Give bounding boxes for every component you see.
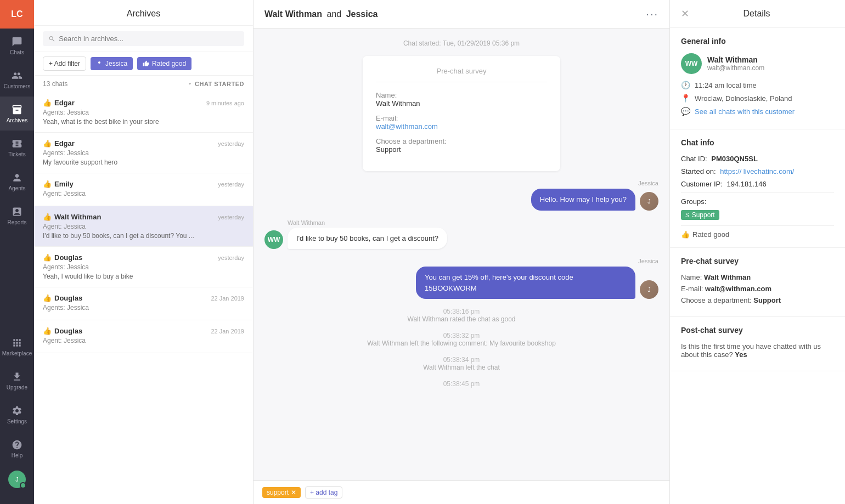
- survey-field-name: Name: Walt Withman: [376, 91, 547, 107]
- details-close-icon[interactable]: ✕: [681, 8, 689, 20]
- pre-chat-survey: Pre-chat survey Name: Walt Withman E-mai…: [363, 56, 560, 171]
- customer-email-details: walt@withman.com: [707, 64, 764, 72]
- chat-id-field: Chat ID: PM030QN5SL: [681, 155, 834, 163]
- user-avatar-sidebar[interactable]: J: [0, 466, 34, 500]
- add-tag-button[interactable]: + add tag: [305, 486, 342, 499]
- clock-icon: 🕐: [681, 81, 690, 89]
- agent-icon: [96, 60, 103, 67]
- system-event-4: 05:38:45 pm: [264, 380, 658, 388]
- sidebar-item-agents[interactable]: Agents: [0, 165, 34, 199]
- rated-icon: 👍: [43, 327, 52, 335]
- chat-header-title: Walt Withman and Jessica: [264, 9, 378, 19]
- pre-chat-survey-container: Pre-chat survey Name: Walt Withman E-mai…: [264, 56, 658, 171]
- archives-panel: Archives + Add filter Jessica Rated good…: [34, 0, 254, 504]
- local-time-row: 🕐 11:24 am local time: [681, 81, 834, 89]
- agent-avatar: J: [8, 471, 26, 488]
- details-panel-header: ✕ Details: [670, 0, 845, 28]
- chat-icon: 💬: [681, 107, 690, 116]
- location-icon: 📍: [681, 94, 690, 103]
- post-chat-survey-section: Post-chat survey Is this the first time …: [670, 317, 845, 371]
- chat-list-item[interactable]: 👍 Douglas 22 Jan 2019 Agent: Jessica: [34, 320, 253, 353]
- sidebar-item-customers[interactable]: Customers: [0, 63, 34, 97]
- message-bubble: You can get 15% off, here's your discoun…: [416, 267, 635, 299]
- chat-main: Walt Withman and Jessica ··· Chat starte…: [254, 0, 669, 504]
- survey-name-row: Name: Walt Withman: [681, 273, 834, 281]
- sidebar-item-settings[interactable]: Settings: [0, 398, 34, 432]
- rated-icon: 👍: [43, 253, 52, 262]
- chat-header-actions: ···: [646, 8, 658, 20]
- agent-name: Jessica: [638, 258, 658, 264]
- pre-chat-survey-title: Pre-chat survey: [681, 257, 834, 265]
- customer-message-1: Walt Withman WW I'd like to buy 50 books…: [264, 219, 658, 250]
- agent-name: Jessica: [638, 180, 658, 186]
- sort-label[interactable]: CHAT STARTED: [187, 81, 244, 87]
- chat-list-item[interactable]: 👍 Douglas yesterday Agents: Jessica Yeah…: [34, 247, 253, 287]
- survey-email-row: E-mail: walt@withman.com: [681, 285, 834, 293]
- rated-icon: 👍: [43, 99, 52, 107]
- agent-photo: J: [640, 192, 658, 211]
- agent-photo: J: [640, 280, 658, 299]
- system-event-3: 05:38:34 pm Walt Withman left the chat: [264, 356, 658, 371]
- search-input-wrap: [43, 31, 244, 46]
- search-bar: [34, 26, 253, 52]
- sidebar-item-tickets[interactable]: Tickets: [0, 131, 34, 165]
- customer-name: Walt Withman: [288, 219, 658, 226]
- pre-chat-survey-section: Pre-chat survey Name: Walt Withman E-mai…: [670, 248, 845, 317]
- message-bubble: Hello. How may I help you?: [531, 189, 635, 211]
- sidebar-item-upgrade[interactable]: Upgrade: [0, 364, 34, 398]
- rating-row: 👍 Rated good: [681, 230, 834, 239]
- sidebar-item-archives[interactable]: Archives: [0, 97, 34, 131]
- thumb-up-icon: 👍: [681, 230, 690, 239]
- sidebar: LC Chats Customers Archives Tickets Agen…: [0, 0, 34, 504]
- thumb-up-icon: [143, 60, 149, 67]
- started-on-field: Started on: https:// livechatinc.com/: [681, 167, 834, 175]
- survey-field-email: E-mail: walt@withman.com: [376, 114, 547, 131]
- more-options-icon[interactable]: ···: [646, 8, 658, 20]
- chat-footer: support ✕ + add tag: [254, 480, 669, 504]
- details-panel: ✕ Details General info WW Walt Withman w…: [669, 0, 845, 504]
- sidebar-item-reports[interactable]: Reports: [0, 199, 34, 233]
- started-on-link[interactable]: https:// livechatinc.com/: [720, 167, 794, 175]
- chat-list-item-active[interactable]: 👍 Walt Withman yesterday Agent: Jessica …: [34, 206, 253, 247]
- add-filter-button[interactable]: + Add filter: [43, 56, 86, 71]
- see-all-chats-link[interactable]: See all chats with this customer: [695, 107, 795, 116]
- location-row: 📍 Wroclaw, Dolnoslaskie, Poland: [681, 94, 834, 103]
- chat-messages: Chat started: Tue, 01/29/2019 05:36 pm P…: [254, 29, 669, 480]
- general-info-title: General info: [681, 37, 834, 46]
- chat-list: 👍 Edgar 9 minutes ago Agents: Jessica Ye…: [34, 92, 253, 504]
- sidebar-item-marketplace[interactable]: Marketplace: [0, 330, 34, 364]
- chat-start-time: Chat started: Tue, 01/29/2019 05:36 pm: [264, 39, 658, 47]
- chat-list-item[interactable]: 👍 Douglas 22 Jan 2019 Agents: Jessica: [34, 287, 253, 320]
- filter-row: + Add filter Jessica Rated good: [34, 52, 253, 76]
- search-input[interactable]: [59, 35, 239, 43]
- groups-field: Groups:: [681, 197, 834, 206]
- archives-title: Archives: [127, 9, 160, 18]
- sort-icon: [187, 81, 193, 87]
- system-event-2: 05:38:32 pm Walt Withman left the follow…: [264, 332, 658, 347]
- chat-info-section: Chat info Chat ID: PM030QN5SL Started on…: [670, 129, 845, 248]
- filter-jessica[interactable]: Jessica: [91, 57, 133, 70]
- rated-icon: 👍: [43, 180, 52, 188]
- tag-support[interactable]: support ✕: [262, 487, 301, 498]
- search-icon: [48, 35, 55, 43]
- customer-name-details: Walt Withman: [707, 55, 764, 64]
- sidebar-item-help[interactable]: Help: [0, 432, 34, 466]
- survey-department-row: Choose a department: Support: [681, 296, 834, 304]
- survey-field-department: Choose a department: Support: [376, 137, 547, 154]
- filter-rated-good[interactable]: Rated good: [137, 57, 191, 70]
- chat-list-item[interactable]: 👍 Edgar yesterday Agents: Jessica My fav…: [34, 133, 253, 173]
- rated-icon: 👍: [43, 213, 52, 221]
- rated-icon: 👍: [43, 294, 52, 302]
- general-info-section: General info WW Walt Withman walt@withma…: [670, 28, 845, 129]
- tag-close-icon[interactable]: ✕: [291, 489, 296, 496]
- chat-list-item[interactable]: 👍 Emily yesterday Agent: Jessica: [34, 173, 253, 206]
- chat-list-item[interactable]: 👍 Edgar 9 minutes ago Agents: Jessica Ye…: [34, 92, 253, 133]
- post-chat-question-row: Is this the first time you have chatted …: [681, 342, 834, 359]
- rated-icon: 👍: [43, 139, 52, 148]
- post-chat-survey-title: Post-chat survey: [681, 326, 834, 335]
- see-all-chats-row: 💬 See all chats with this customer: [681, 107, 834, 116]
- chat-count: 13 chats: [43, 80, 67, 88]
- email-link[interactable]: walt@withman.com: [376, 122, 438, 131]
- sidebar-item-chats[interactable]: Chats: [0, 29, 34, 63]
- sidebar-logo[interactable]: LC: [0, 0, 34, 29]
